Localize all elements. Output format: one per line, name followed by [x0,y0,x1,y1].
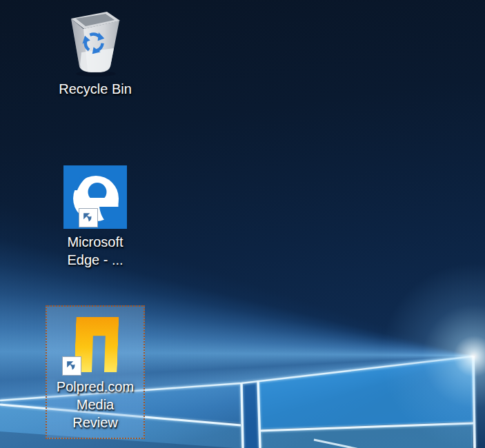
edge-browser-icon [63,165,127,229]
desktop-icon-microsoft-edge[interactable]: Microsoft Edge - ... [46,164,145,269]
shortcut-arrow-icon [62,356,81,376]
desktop-icon-recycle-bin[interactable]: Recycle Bin [46,8,145,98]
desktop-icon-polpred-media-review[interactable]: Polpred.com Media Review [46,305,145,439]
edge-label-line1: Microsoft [67,233,123,251]
recycle-bin-label: Recycle Bin [59,80,132,98]
desktop[interactable]: { "desktop": { "icons": { "recycle_bin":… [0,0,485,448]
recycle-bin-icon [65,8,126,77]
polpred-icon-area [47,307,143,372]
polpred-label-line1: Polpred.com [57,378,134,396]
polpred-label-line3: Review [72,414,118,431]
polpred-label-line2: Media [77,396,114,414]
shortcut-arrow-icon [79,208,98,227]
edge-label-line2: Edge - ... [67,251,123,269]
